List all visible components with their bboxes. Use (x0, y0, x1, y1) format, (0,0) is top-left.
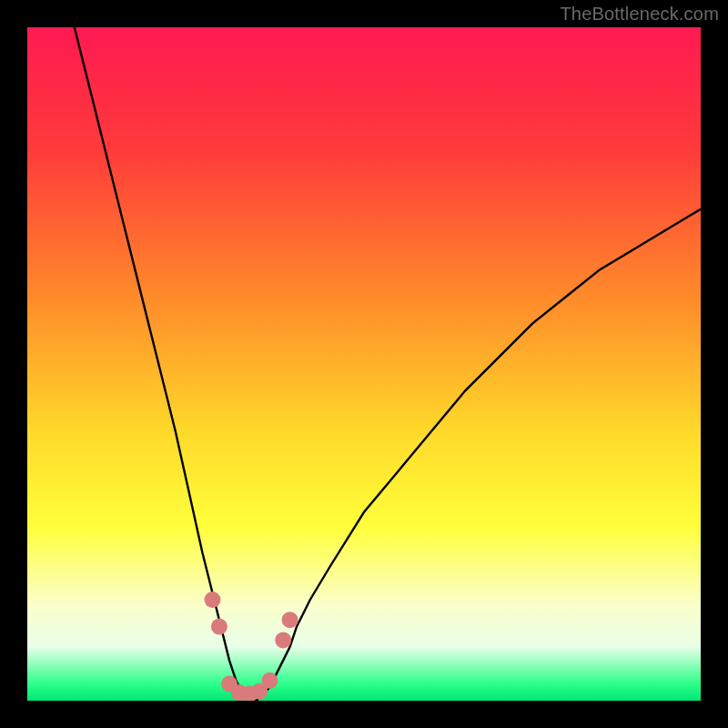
trough-marker (282, 612, 298, 628)
trough-marker (205, 592, 221, 608)
trough-marker (211, 619, 228, 635)
watermark-text: TheBottleneck.com (560, 4, 719, 25)
chart-frame: TheBottleneck.com (0, 0, 728, 728)
curve-layer (27, 27, 701, 701)
trough-marker (261, 672, 278, 689)
trough-marker (275, 632, 291, 648)
trough-markers (205, 592, 298, 701)
bottleneck-curve (27, 27, 701, 701)
plot-area (27, 27, 701, 701)
